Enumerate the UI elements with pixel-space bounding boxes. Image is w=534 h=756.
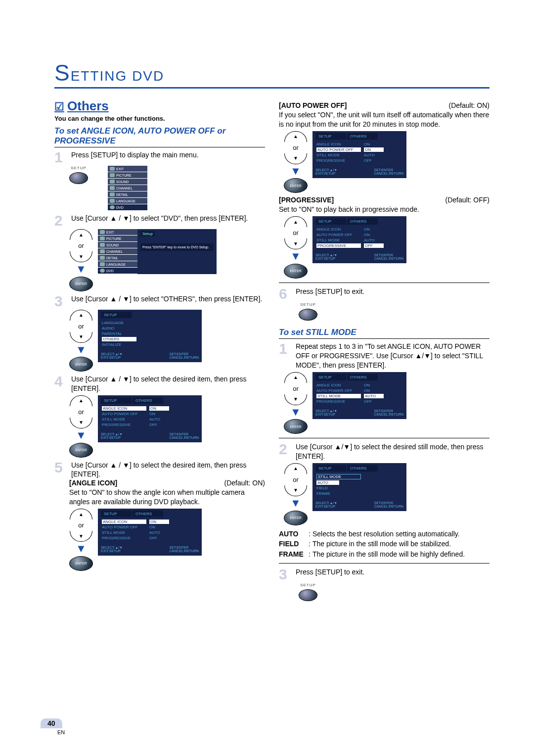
osd-tab-setup: SETUP [315, 374, 346, 380]
osd-row[interactable]: AUTO POWER OFFON [315, 147, 403, 152]
cursor-enter-group: ▲ or ▼ ▼ ENTER [69, 310, 93, 372]
enter-hw-button[interactable]: ENTER [284, 264, 308, 279]
cursor-down-button[interactable]: ▼ [70, 251, 92, 262]
setup-tab-language[interactable]: LANGUAGE [108, 198, 147, 204]
osd-row[interactable]: PROGRESSIVEOFF [315, 243, 403, 248]
setup-label: SETUP [71, 166, 87, 170]
setup-tab-exit[interactable]: EXIT [98, 229, 137, 235]
enter-hw-button[interactable]: ENTER [69, 443, 93, 458]
osd-row[interactable]: PROGRESSIVEOFF [101, 422, 199, 427]
enter-hw-button[interactable]: ENTER [284, 511, 308, 525]
cursor-down-button[interactable]: ▼ [284, 485, 307, 496]
list-item[interactable]: INITIALIZE [101, 342, 199, 347]
setup-tab-detail[interactable]: DETAIL [108, 191, 147, 197]
angle-icon-block: [ANGLE ICON] (Default: ON) Set to "ON" t… [69, 479, 265, 507]
osd-row[interactable]: STILL MODEAUTO [315, 152, 403, 158]
list-item[interactable]: PARENTAL [101, 331, 199, 336]
list-item-selected[interactable]: OTHERS [101, 336, 199, 342]
cursor-up-button[interactable]: ▲ [284, 372, 307, 383]
enter-hw-button[interactable]: ENTER [69, 556, 93, 571]
setup-hw-button[interactable] [69, 172, 88, 184]
osd-tab-others: OTHERS [133, 511, 163, 517]
osd-row[interactable]: PROGRESSIVEOFF [315, 158, 403, 163]
osd-row[interactable]: ANGLE ICONON [101, 406, 199, 411]
cursor-up-button[interactable]: ▲ [284, 463, 307, 474]
osd-tab-others: OTHERS [347, 465, 378, 472]
setup-tab-channel[interactable]: CHANNEL [98, 248, 137, 254]
osd-tab-setup: SETUP [315, 465, 346, 472]
osd-row[interactable]: STILL MODEAUTO [315, 393, 403, 399]
auto-default: (Default: ON) [449, 101, 490, 109]
setup-tab-picture[interactable]: PICTURE [98, 236, 137, 241]
setup-button-group: SETUP [69, 166, 88, 184]
cursor-down-button[interactable]: ▼ [284, 153, 307, 164]
or-text: or [293, 229, 299, 236]
step-number: 4 [54, 375, 68, 393]
step-1: 1 Press [SETUP] to display the main menu… [54, 150, 265, 164]
setup-tab-exit[interactable]: EXIT [108, 166, 147, 172]
cursor-down-button[interactable]: ▼ [284, 238, 307, 249]
list-item-selected[interactable]: AUTO [315, 480, 403, 485]
enter-hw-button[interactable]: ENTER [69, 277, 93, 291]
setup-tab-picture[interactable]: PICTURE [108, 172, 147, 178]
right-column: [AUTO POWER OFF] (Default: ON) If you se… [279, 95, 490, 604]
osd-row[interactable]: ANGLE ICONON [101, 519, 199, 524]
list-item[interactable]: LANGUAGE [101, 320, 199, 326]
enter-hw-button[interactable]: ENTER [284, 419, 308, 434]
or-text: or [293, 144, 299, 151]
osd-still-mode-options: SETUP OTHERS STILL MODE AUTO FIELD FRAME… [312, 463, 406, 511]
cursor-down-button[interactable]: ▼ [284, 394, 307, 405]
osd-row[interactable]: STILL MODEAUTO [101, 530, 199, 535]
setup-tab-dvd[interactable]: DVD [108, 204, 147, 210]
arrow-down-icon: ▼ [76, 345, 87, 354]
step1-illus: SETUP EXIT PICTURE SOUND CHANNEL DETAIL … [69, 166, 265, 211]
osd-row[interactable]: ANGLE ICONON [315, 382, 403, 388]
cursor-up-button[interactable]: ▲ [70, 310, 92, 321]
cursor-down-button[interactable]: ▼ [70, 531, 92, 542]
section-title-text: Others [67, 98, 109, 113]
list-item[interactable]: FIELD [315, 485, 403, 491]
cursor-down-button[interactable]: ▼ [70, 332, 92, 343]
auto-name: [AUTO POWER OFF] [279, 101, 347, 109]
osd-row[interactable]: PROGRESSIVEOFF [101, 535, 199, 541]
setup-button-group: SETUP [299, 583, 317, 601]
setup-label: SETUP [300, 583, 316, 587]
cursor-up-button[interactable]: ▲ [70, 229, 92, 240]
setup-hw-button[interactable] [299, 589, 317, 601]
osd-row[interactable]: STILL MODEAUTO [315, 237, 403, 243]
osd-tab-setup: SETUP [101, 397, 132, 404]
cursor-up-button[interactable]: ▲ [70, 509, 92, 520]
stepr2-illus: ▲ or ▼ ▼ ENTER SETUP OTHERS STILL MODE A… [284, 463, 490, 525]
cursor-down-button[interactable]: ▼ [70, 418, 92, 428]
step4-illus: ▲ or ▼ ▼ ENTER SETUP OTHERS ANGLE ICONON… [69, 395, 265, 458]
osd-row[interactable]: AUTO POWER OFFON [101, 524, 199, 530]
osd-row[interactable]: ANGLE ICONON [315, 142, 403, 147]
osd-dvd-setup: EXIT PICTURE SOUND CHANNEL DETAIL LANGUA… [98, 229, 217, 274]
osd-row[interactable]: STILL MODEAUTO [101, 417, 199, 422]
osd-auto-power-off: SETUP OTHERS ANGLE ICONON AUTO POWER OFF… [312, 131, 406, 178]
list-item[interactable]: AUDIO [101, 326, 199, 331]
step-number: 5 [54, 461, 68, 479]
setup-tab-sound[interactable]: SOUND [98, 242, 137, 248]
setup-tab-detail[interactable]: DETAIL [98, 255, 137, 261]
setup-tab-channel[interactable]: CHANNEL [108, 185, 147, 191]
list-item[interactable]: FRAME [315, 491, 403, 496]
setup-tab-language[interactable]: LANGUAGE [98, 261, 137, 267]
cursor-up-button[interactable]: ▲ [70, 395, 92, 406]
osd-row[interactable]: AUTO POWER OFFON [101, 411, 199, 417]
cursor-up-button[interactable]: ▲ [284, 216, 307, 227]
osd-row[interactable]: AUTO POWER OFFON [315, 388, 403, 393]
arrow-down-icon: ▼ [290, 408, 301, 417]
step-2: 2 Use [Cursor ▲ / ▼] to select "DVD", th… [54, 214, 265, 227]
cursor-up-button[interactable]: ▲ [284, 131, 307, 142]
osd-row[interactable]: AUTO POWER OFFON [315, 232, 403, 237]
setup-tab-dvd[interactable]: DVD [98, 268, 137, 274]
osd-row[interactable]: ANGLE ICONON [315, 227, 403, 232]
enter-hw-button[interactable]: ENTER [69, 357, 93, 372]
osd-row[interactable]: PROGRESSIVEOFF [315, 399, 403, 404]
setup-tab-sound[interactable]: SOUND [108, 179, 147, 185]
step-3: 3 Use [Cursor ▲ / ▼] to select "OTHERS",… [54, 294, 265, 308]
enter-hw-button[interactable]: ENTER [284, 178, 308, 193]
arrow-down-icon: ▼ [290, 499, 301, 508]
setup-hw-button[interactable] [299, 309, 317, 321]
